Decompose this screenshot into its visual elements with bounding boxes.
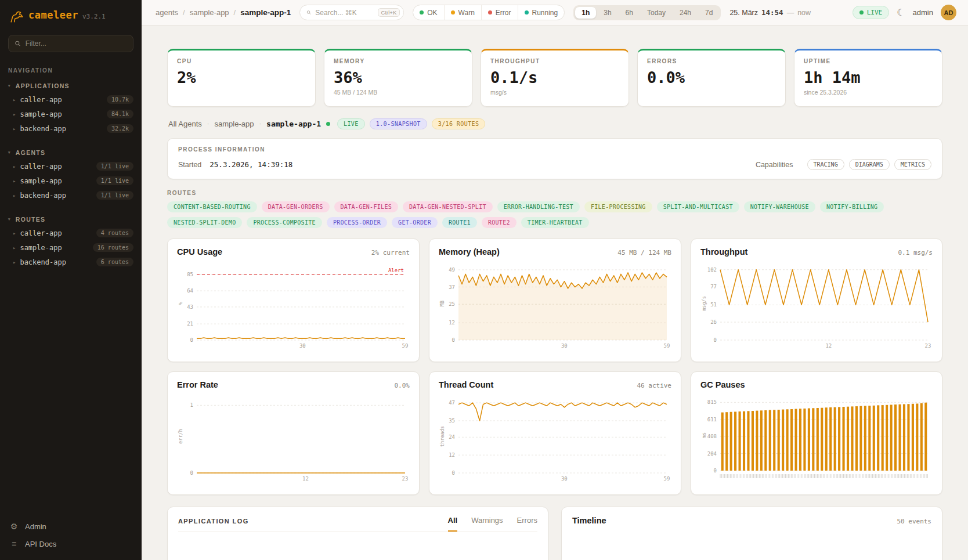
chevron-right-icon: ▸ bbox=[13, 164, 16, 169]
log-tab-errors[interactable]: Errors bbox=[517, 516, 537, 532]
sidebar-item-sample-app[interactable]: ▸sample-app84.1k bbox=[0, 107, 142, 121]
chart-svg-cpu-usage: 0214364853059%Alert bbox=[177, 261, 410, 349]
sidebar-item-backend-app[interactable]: ▸backend-app1/1 live bbox=[0, 188, 142, 203]
svg-text:23: 23 bbox=[925, 343, 931, 349]
chart-header: GC Pauses bbox=[700, 380, 933, 389]
chart-header: Thread Count46 active bbox=[439, 380, 671, 389]
route-chip-notify-billing[interactable]: NOTIFY-BILLING bbox=[820, 201, 884, 212]
section-caret-icon: ▾ bbox=[8, 217, 11, 222]
sidebar-section-agents: ▾AGENTS▸caller-app1/1 live▸sample-app1/1… bbox=[0, 146, 142, 203]
agent-badges: LIVE1.0-SNAPSHOT3/16 ROUTES bbox=[337, 118, 485, 129]
chevron-right-icon: ▸ bbox=[13, 245, 16, 251]
application-log-header: APPLICATION LOG AllWarningsErrors bbox=[178, 516, 537, 532]
log-tab-warnings[interactable]: Warnings bbox=[471, 516, 503, 532]
route-chip-process-order[interactable]: PROCESS-ORDER bbox=[327, 217, 387, 228]
route-chip-content-based-routing[interactable]: CONTENT-BASED-ROUTING bbox=[167, 201, 257, 212]
section-header-routes[interactable]: ▾ROUTES bbox=[0, 213, 142, 226]
stat-value: 2% bbox=[177, 68, 306, 86]
breadcrumb-agents[interactable]: agents bbox=[156, 8, 178, 17]
live-indicator: LIVE bbox=[853, 6, 890, 19]
section-caret-icon: ▾ bbox=[8, 150, 11, 155]
timeline-card: Timeline 50 events bbox=[561, 507, 942, 560]
agent-crumb-sample-app-1: sample-app-1 bbox=[266, 120, 321, 128]
chart-plot-cpu-usage[interactable]: 0214364853059%Alert bbox=[177, 261, 410, 349]
status-filter-running[interactable]: Running bbox=[518, 5, 565, 20]
status-filter-ok[interactable]: OK bbox=[413, 5, 444, 20]
section-header-applications[interactable]: ▾APPLICATIONS bbox=[0, 80, 142, 92]
stat-sub: msg/s bbox=[490, 89, 619, 96]
topbar-right: LIVE ☾ admin AD bbox=[853, 5, 956, 20]
chart-plot-error-rate[interactable]: 011223err/h bbox=[177, 394, 410, 482]
route-chip-get-order[interactable]: GET-ORDER bbox=[392, 217, 438, 228]
started-label: Started bbox=[178, 161, 201, 169]
sidebar-filter bbox=[8, 35, 133, 52]
chart-plot-gc-pauses[interactable]: 0204408611815ms bbox=[700, 394, 933, 482]
item-count-badge: 4 routes bbox=[96, 229, 133, 237]
svg-text:815: 815 bbox=[707, 399, 717, 405]
route-chip-data-gen-files[interactable]: DATA-GEN-FILES bbox=[334, 201, 399, 212]
agent-crumb-sample-app[interactable]: sample-app bbox=[215, 120, 254, 128]
filter-input[interactable] bbox=[26, 39, 127, 48]
svg-text:12: 12 bbox=[449, 320, 455, 326]
svg-text:ms: ms bbox=[701, 432, 707, 438]
breadcrumb-sample-app[interactable]: sample-app bbox=[190, 8, 229, 17]
chart-plot-thread-count[interactable]: 0122435473059threads bbox=[439, 394, 671, 482]
sidebar-item-sample-app[interactable]: ▸sample-app1/1 live bbox=[0, 174, 142, 188]
status-filter-error[interactable]: Error bbox=[482, 5, 518, 20]
range-button-today[interactable]: Today bbox=[641, 7, 672, 19]
sidebar-item-label: backend-app bbox=[20, 258, 66, 266]
sidebar-item-admin[interactable]: ⚙ Admin bbox=[9, 522, 132, 531]
sidebar-item-caller-app[interactable]: ▸caller-app4 routes bbox=[0, 226, 142, 240]
started-value: 25.3.2026, 14:39:18 bbox=[210, 160, 292, 169]
range-button-3h[interactable]: 3h bbox=[597, 7, 617, 19]
api-docs-label: API Docs bbox=[25, 540, 56, 548]
search-input[interactable] bbox=[315, 9, 373, 17]
stat-value: 36% bbox=[334, 68, 463, 86]
chart-title-memory-heap: Memory (Heap) bbox=[439, 247, 500, 256]
app-logo[interactable]: cameleer v3.2.1 bbox=[0, 0, 142, 31]
route-chip-error-handling-test[interactable]: ERROR-HANDLING-TEST bbox=[497, 201, 580, 212]
svg-text:47: 47 bbox=[449, 400, 455, 406]
crumb-separator: · bbox=[207, 120, 210, 127]
range-button-7d[interactable]: 7d bbox=[699, 7, 719, 19]
svg-text:12: 12 bbox=[449, 452, 455, 458]
svg-text:threads: threads bbox=[439, 426, 445, 447]
route-chip-data-gen-nested-split[interactable]: DATA-GEN-NESTED-SPLIT bbox=[403, 201, 493, 212]
route-chip-file-processing[interactable]: FILE-PROCESSING bbox=[584, 201, 652, 212]
svg-text:77: 77 bbox=[710, 284, 717, 290]
sidebar-item-caller-app[interactable]: ▸caller-app1/1 live bbox=[0, 159, 142, 174]
route-chip-process-composite[interactable]: PROCESS-COMPOSITE bbox=[247, 217, 322, 228]
sidebar-item-api-docs[interactable]: ≡ API Docs bbox=[9, 539, 132, 548]
sidebar-item-backend-app[interactable]: ▸backend-app6 routes bbox=[0, 255, 142, 269]
camel-logo-icon bbox=[9, 9, 24, 24]
global-search[interactable]: Ctrl+K bbox=[299, 5, 404, 20]
route-chip-route1[interactable]: ROUTE1 bbox=[442, 217, 477, 228]
sidebar-item-caller-app[interactable]: ▸caller-app10.7k bbox=[0, 92, 142, 107]
route-chip-data-gen-orders[interactable]: DATA-GEN-ORDERS bbox=[262, 201, 330, 212]
theme-toggle[interactable]: ☾ bbox=[897, 8, 905, 17]
route-chip-route2[interactable]: ROUTE2 bbox=[482, 217, 516, 228]
range-button-1h[interactable]: 1h bbox=[575, 7, 596, 19]
log-tab-all[interactable]: All bbox=[448, 516, 458, 532]
item-count-badge: 1/1 live bbox=[96, 176, 133, 185]
avatar[interactable]: AD bbox=[941, 5, 956, 20]
sidebar-item-sample-app[interactable]: ▸sample-app16 routes bbox=[0, 240, 142, 255]
route-chip-split-and-multicast[interactable]: SPLIT-AND-MULTICAST bbox=[657, 201, 739, 212]
agent-crumb-all-agents[interactable]: All Agents bbox=[168, 120, 202, 128]
route-chip-nested-split-demo[interactable]: NESTED-SPLIT-DEMO bbox=[167, 217, 242, 228]
range-button-6h[interactable]: 6h bbox=[619, 7, 640, 19]
route-chip-notify-warehouse[interactable]: NOTIFY-WAREHOUSE bbox=[744, 201, 815, 212]
app-root: cameleer v3.2.1 NAVIGATION ▾APPLICATIONS… bbox=[0, 0, 968, 560]
chart-plot-throughput[interactable]: 02651771021223msg/s bbox=[700, 261, 933, 349]
svg-text:64: 64 bbox=[187, 288, 193, 294]
chevron-right-icon: ▸ bbox=[13, 193, 16, 198]
route-chip-timer-heartbeat[interactable]: TIMER-HEARTBEAT bbox=[521, 217, 589, 228]
chart-plot-memory-heap[interactable]: 0122537493059MB bbox=[439, 261, 671, 349]
range-button-24h[interactable]: 24h bbox=[673, 7, 698, 19]
datetime-picker[interactable]: 25. März 14:54 — now bbox=[729, 8, 811, 17]
status-filter-warn[interactable]: Warn bbox=[445, 5, 482, 20]
sidebar-item-backend-app[interactable]: ▸backend-app32.2k bbox=[0, 121, 142, 136]
svg-text:0: 0 bbox=[714, 337, 717, 343]
status-label: Running bbox=[532, 9, 558, 17]
section-header-agents[interactable]: ▾AGENTS bbox=[0, 146, 142, 159]
